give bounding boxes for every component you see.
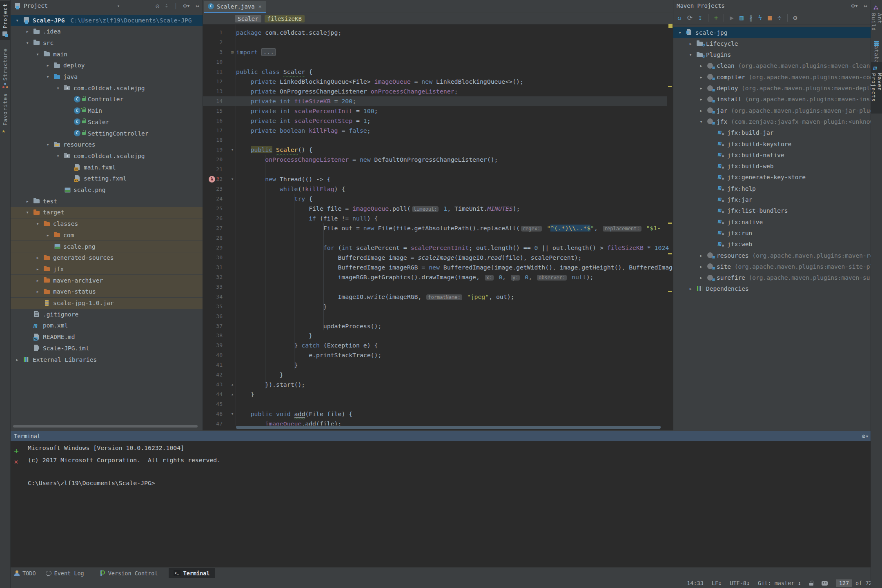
- code-line-36[interactable]: 36: [203, 312, 667, 321]
- project-item-External Libraries[interactable]: ▸External Libraries: [11, 354, 203, 365]
- maven-item-clean[interactable]: ▸mclean (org.apache.maven.plugins:maven-…: [673, 60, 871, 71]
- caret-position[interactable]: 14:33: [687, 580, 704, 586]
- project-item-SettingController[interactable]: CSettingController: [11, 128, 203, 139]
- project-item-main[interactable]: ▾main: [11, 49, 203, 60]
- code-line-40[interactable]: 40 e.printStackTrace();: [203, 350, 667, 360]
- code-line-20[interactable]: 20 onProcessChangeListener = new Default…: [203, 155, 667, 165]
- project-item-Main[interactable]: C▸Main: [11, 105, 203, 116]
- maven-item-install[interactable]: ▸minstall (org.apache.maven.plugins:mave…: [673, 94, 871, 105]
- code-line-22[interactable]: 22▾ new Thread(() -> {: [203, 174, 667, 184]
- gear-icon[interactable]: ⚙▾: [862, 433, 869, 439]
- code-line-24[interactable]: 24 try {: [203, 194, 667, 204]
- settings-icon[interactable]: ⚙: [793, 14, 797, 22]
- chevron-right-icon[interactable]: ▸: [698, 275, 704, 281]
- toolbtn-terminal[interactable]: >_ Terminal: [169, 568, 215, 578]
- chevron-down-icon[interactable]: ▾: [34, 51, 41, 57]
- code-line-3[interactable]: 3⊞import ...: [203, 47, 667, 57]
- project-item-main.fxml[interactable]: <>main.fxml: [11, 162, 203, 173]
- code-line-42[interactable]: 42 }: [203, 370, 667, 380]
- hide-icon[interactable]: ↦: [196, 2, 199, 9]
- maven-item-surefire[interactable]: ▸msurefire (org.apache.maven.plugins:mav…: [673, 272, 871, 283]
- code-line-28[interactable]: 28: [203, 233, 667, 243]
- chevron-right-icon[interactable]: ▸: [698, 74, 704, 80]
- stripe-button-structure[interactable]: Structure: [0, 46, 10, 87]
- terminal-header[interactable]: Terminal ⚙▾ ↧: [11, 431, 882, 441]
- chevron-down-icon[interactable]: ▾: [677, 30, 683, 36]
- code-line-29[interactable]: 29 for (int scalePercent = scalePercentI…: [203, 243, 667, 253]
- maven-item-compiler[interactable]: ▸mcompiler (org.apache.maven.plugins:mav…: [673, 71, 871, 82]
- collapse-all-icon[interactable]: ÷: [777, 14, 782, 22]
- chevron-down-icon[interactable]: ▾: [24, 40, 31, 46]
- project-item-setting.fxml[interactable]: <>setting.fxml: [11, 173, 203, 184]
- maven-item-jfx:list-bundlers[interactable]: mjfx:list-bundlers: [673, 205, 871, 216]
- fold-marker-icon[interactable]: ▴: [229, 380, 236, 390]
- toolbtn-todo[interactable]: TODO: [9, 568, 41, 578]
- stripe-button-project[interactable]: Project: [0, 1, 10, 40]
- code-line-15[interactable]: 15 private int scalePercentInit = 100;: [203, 106, 667, 116]
- maven-item-jfx:build-keystore[interactable]: mjfx:build-keystore: [673, 138, 871, 149]
- project-item-classes[interactable]: ▾classes: [11, 218, 203, 229]
- project-item-jfx[interactable]: ▸jfx: [11, 263, 203, 274]
- chevron-right-icon[interactable]: ▸: [698, 108, 704, 114]
- chevron-down-icon[interactable]: ▾: [34, 221, 41, 227]
- offline-icon[interactable]: ϟ: [758, 14, 762, 22]
- project-item-.idea[interactable]: ▸.idea: [11, 26, 203, 37]
- error-stripe-mark[interactable]: [668, 86, 672, 87]
- project-item-generated-sources[interactable]: ▸generated-sources: [11, 252, 203, 263]
- code-line-19[interactable]: 19▾ public Scaler() {: [203, 145, 667, 155]
- maven-item-jar[interactable]: ▸mjar (org.apache.maven.plugins:maven-ja…: [673, 105, 871, 116]
- chevron-down-icon[interactable]: ▾: [55, 85, 61, 91]
- code-line-41[interactable]: 41 }: [203, 360, 667, 370]
- project-item-Controller[interactable]: CController: [11, 94, 203, 105]
- fold-marker-icon[interactable]: ▴: [229, 390, 236, 399]
- project-item-resources[interactable]: ▾resources: [11, 139, 203, 150]
- error-stripe-mark[interactable]: [668, 291, 672, 292]
- maven-item-jfx:jar[interactable]: mjfx:jar: [673, 194, 871, 205]
- encoding[interactable]: UTF-8↕: [730, 580, 750, 586]
- code-line-39[interactable]: 39 } catch (Exception e) {: [203, 341, 667, 350]
- chevron-down-icon[interactable]: ▾: [698, 119, 704, 125]
- skip-tests-icon[interactable]: ∦: [749, 14, 753, 22]
- code-line-21[interactable]: 21: [203, 165, 667, 174]
- gear-icon[interactable]: ⚙▾: [851, 2, 858, 9]
- breadcrumb-member[interactable]: fileSizeKB: [265, 15, 305, 22]
- project-item-Scale-JPG.iml[interactable]: Scale-JPG.iml: [11, 343, 203, 354]
- chevron-down-icon[interactable]: ▾: [117, 4, 120, 8]
- code-line-26[interactable]: 26 if (file != null) {: [203, 214, 667, 223]
- project-item-README.md[interactable]: MDREADME.md: [11, 332, 203, 343]
- toolbtn-version-control[interactable]: Version Control: [95, 568, 163, 578]
- code-line-31[interactable]: 31 BufferedImage imageRGB = new Buffered…: [203, 263, 667, 272]
- code-line-47[interactable]: 47 imageQueue.add(file);: [203, 419, 667, 425]
- code-line-34[interactable]: 34 ImageIO.write(imageRGB, formatName: "…: [203, 292, 667, 302]
- project-item-Scaler[interactable]: CScaler: [11, 116, 203, 127]
- code-line-16[interactable]: 16 private int scalePercentStep = 1;: [203, 116, 667, 126]
- project-item-maven-status[interactable]: ▸maven-status: [11, 286, 203, 297]
- stripe-button-ant-build[interactable]: ⁂Ant Build: [871, 2, 882, 35]
- chevron-right-icon[interactable]: ▸: [34, 266, 41, 272]
- generate-sources-icon[interactable]: ⟳: [687, 14, 693, 22]
- code-line-27[interactable]: 27 File out = new File(file.getAbsoluteP…: [203, 223, 667, 233]
- chevron-right-icon[interactable]: ▸: [698, 96, 704, 102]
- chevron-down-icon[interactable]: ▾: [45, 142, 51, 147]
- code-line-11[interactable]: 11public class Scaler {: [203, 67, 667, 77]
- stripe-button-favorites[interactable]: Favorites★: [0, 91, 10, 136]
- maven-item-jfx:help[interactable]: mjfx:help: [673, 183, 871, 194]
- maven-item-jfx:build-jar[interactable]: mjfx:build-jar: [673, 127, 871, 138]
- maven-item-jfx:native[interactable]: mjfx:native: [673, 216, 871, 227]
- tab-scaler-java[interactable]: C Scaler.java ×: [204, 1, 266, 13]
- error-stripe-mark[interactable]: [668, 253, 672, 254]
- project-item-pom.xml[interactable]: mpom.xml: [11, 320, 203, 331]
- code-line-18[interactable]: 18: [203, 135, 667, 145]
- project-item-com[interactable]: ▸com: [11, 229, 203, 241]
- project-item-.gitignore[interactable]: .gitignore: [11, 309, 203, 320]
- project-item-java[interactable]: ▾java: [11, 71, 203, 82]
- ide-hints-icon[interactable]: [822, 581, 828, 586]
- maven-item-jfx:web[interactable]: mjfx:web: [673, 239, 871, 250]
- project-item-maven-archiver[interactable]: ▸maven-archiver: [11, 275, 203, 286]
- download-sources-icon[interactable]: ↧: [698, 14, 702, 22]
- code-line-23[interactable]: 23 while(!killFlag) {: [203, 184, 667, 194]
- chevron-right-icon[interactable]: ▸: [34, 255, 41, 261]
- chevron-right-icon[interactable]: ▸: [698, 85, 704, 91]
- chevron-right-icon[interactable]: ▸: [45, 232, 51, 238]
- chevron-down-icon[interactable]: ▾: [45, 74, 51, 80]
